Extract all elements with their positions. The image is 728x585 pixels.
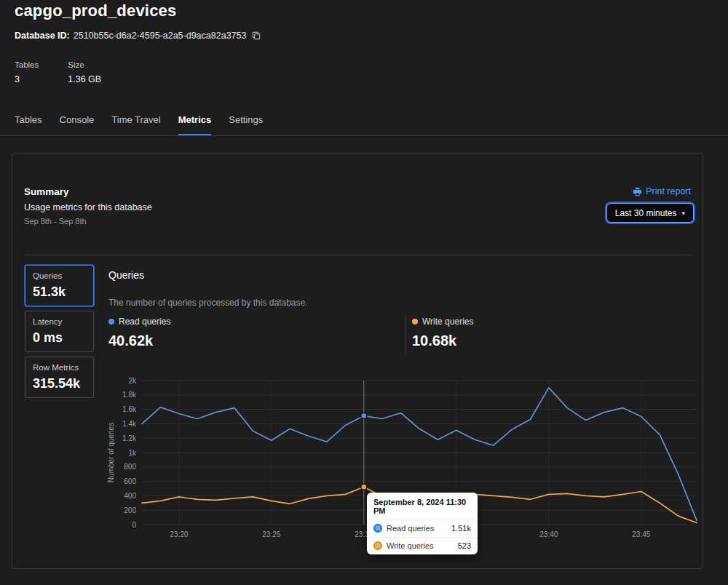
svg-text:600: 600 bbox=[124, 477, 136, 485]
print-report-link[interactable]: Print report bbox=[633, 186, 691, 196]
metric-card-row-metrics[interactable]: Row Metrics 315.54k bbox=[25, 357, 94, 398]
write-queries-value: 10.68k bbox=[412, 333, 473, 349]
chart-tooltip: September 8, 2024 11:30 PM Read queries … bbox=[367, 493, 478, 554]
summary-subtitle: Usage metrics for this database bbox=[24, 202, 152, 212]
print-report-label: Print report bbox=[646, 186, 691, 196]
svg-text:2k: 2k bbox=[128, 377, 137, 385]
svg-text:1.2k: 1.2k bbox=[122, 434, 137, 442]
svg-text:23:45: 23:45 bbox=[632, 530, 650, 538]
metric-card-value: 0 ms bbox=[33, 330, 86, 346]
tooltip-write-label: Write queries bbox=[387, 541, 454, 550]
printer-icon bbox=[633, 187, 642, 196]
stat-label: Size bbox=[68, 60, 101, 69]
svg-text:23:25: 23:25 bbox=[262, 530, 280, 538]
read-series-dot-icon bbox=[108, 319, 114, 325]
metric-card-label: Latency bbox=[33, 317, 86, 326]
stat-label: Tables bbox=[15, 60, 39, 69]
tooltip-write-value: 523 bbox=[458, 541, 471, 550]
stat-tables: Tables 3 bbox=[15, 60, 39, 84]
metric-card-label: Queries bbox=[33, 271, 86, 280]
svg-text:800: 800 bbox=[124, 463, 136, 471]
write-queries-label: Write queries bbox=[422, 317, 473, 327]
stat-value: 3 bbox=[15, 74, 39, 84]
tooltip-timestamp: September 8, 2024 11:30 PM bbox=[367, 493, 478, 520]
queries-section-title: Queries bbox=[108, 269, 144, 281]
time-range-dropdown[interactable]: Last 30 minutes ▾ bbox=[606, 203, 694, 223]
write-queries-stat: Write queries 10.68k bbox=[412, 317, 473, 349]
tooltip-read-value: 1.51k bbox=[451, 524, 471, 533]
svg-text:23:20: 23:20 bbox=[170, 530, 188, 538]
database-detail-page: capgo_prod_devices Database ID: 2510b55c… bbox=[0, 0, 728, 585]
metric-card-value: 51.3k bbox=[33, 284, 86, 300]
metrics-panel: Summary Usage metrics for this database … bbox=[12, 153, 703, 569]
svg-text:23:40: 23:40 bbox=[539, 530, 558, 538]
metric-card-label: Row Metrics bbox=[33, 363, 86, 372]
svg-text:200: 200 bbox=[124, 506, 136, 514]
stat-value: 1.36 GB bbox=[68, 74, 101, 84]
read-queries-label: Read queries bbox=[119, 317, 170, 327]
tab-bar: Tables Console Time Travel Metrics Setti… bbox=[0, 114, 728, 136]
svg-text:Number of queries: Number of queries bbox=[107, 423, 115, 482]
tab-console[interactable]: Console bbox=[60, 114, 95, 135]
database-id-row: Database ID: 2510b55c-d6a2-4595-a2a5-d9a… bbox=[15, 31, 261, 41]
svg-text:1.8k: 1.8k bbox=[122, 391, 137, 399]
chevron-down-icon: ▾ bbox=[681, 210, 685, 217]
read-marker-icon bbox=[373, 524, 382, 533]
read-queries-value: 40.62k bbox=[108, 333, 170, 349]
tooltip-read-label: Read queries bbox=[387, 524, 447, 533]
svg-text:1.6k: 1.6k bbox=[122, 405, 137, 413]
svg-text:1k: 1k bbox=[128, 449, 137, 457]
tab-tables[interactable]: Tables bbox=[15, 114, 42, 135]
stat-size: Size 1.36 GB bbox=[68, 60, 101, 84]
metric-card-latency[interactable]: Latency 0 ms bbox=[25, 311, 94, 352]
queries-section-description: The number of queries processed by this … bbox=[108, 298, 308, 308]
svg-text:0: 0 bbox=[132, 521, 136, 529]
time-range-label: Last 30 minutes bbox=[615, 208, 677, 218]
tab-time-travel[interactable]: Time Travel bbox=[111, 114, 160, 135]
summary-date-range: Sep 8th - Sep 8th bbox=[24, 217, 87, 226]
panel-divider bbox=[24, 255, 692, 255]
metric-card-list: Queries 51.3k Latency 0 ms Row Metrics 3… bbox=[25, 265, 94, 398]
database-id-label: Database ID: bbox=[15, 31, 70, 41]
svg-text:1.4k: 1.4k bbox=[122, 420, 137, 428]
read-queries-stat: Read queries 40.62k bbox=[108, 317, 170, 349]
copy-icon[interactable] bbox=[252, 31, 261, 40]
write-marker-icon bbox=[373, 541, 382, 550]
database-id-value: 2510b55c-d6a2-4595-a2a5-d9aca82a3753 bbox=[74, 31, 247, 41]
tab-metrics[interactable]: Metrics bbox=[178, 114, 212, 135]
summary-heading: Summary bbox=[24, 186, 69, 197]
page-title: capgo_prod_devices bbox=[15, 1, 176, 20]
metric-card-queries[interactable]: Queries 51.3k bbox=[25, 265, 94, 306]
write-series-dot-icon bbox=[412, 319, 418, 325]
tooltip-row-write: Write queries 523 bbox=[367, 537, 478, 554]
database-stats: Tables 3 Size 1.36 GB bbox=[15, 60, 101, 84]
legend-separator bbox=[405, 315, 406, 356]
tab-settings[interactable]: Settings bbox=[229, 114, 263, 135]
svg-text:400: 400 bbox=[124, 492, 136, 500]
tooltip-row-read: Read queries 1.51k bbox=[367, 520, 478, 537]
metric-card-value: 315.54k bbox=[33, 376, 86, 391]
